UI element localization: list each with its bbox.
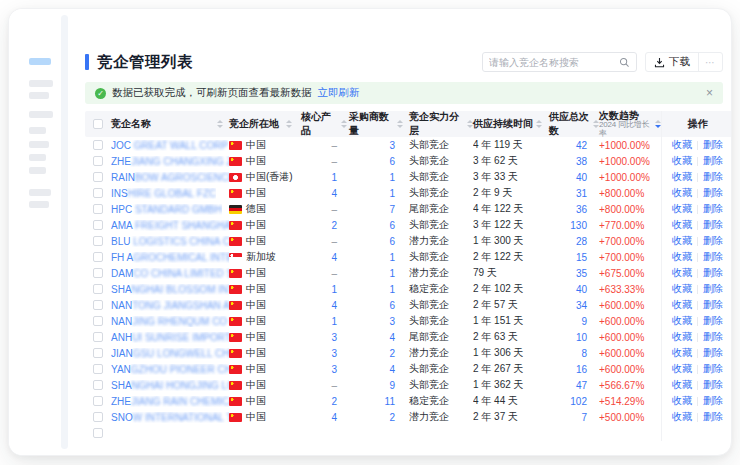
favorite-button[interactable]: 收藏 (672, 154, 692, 168)
company-name-link[interactable]: JIANGSU LONGWELL CHEMICAL ... (111, 348, 229, 359)
supply-total-link[interactable]: 36 (547, 201, 599, 217)
company-name-link[interactable]: BLU LOGISTICS CHINA CO LTD (111, 236, 229, 247)
favorite-button[interactable]: 收藏 (672, 346, 692, 360)
supply-total-link[interactable]: 40 (547, 169, 599, 185)
supply-total-link[interactable]: 102 (547, 393, 599, 409)
supply-total-link[interactable]: 35 (547, 265, 599, 281)
row-checkbox[interactable] (93, 396, 103, 406)
row-checkbox[interactable] (93, 140, 103, 150)
favorite-button[interactable]: 收藏 (672, 202, 692, 216)
company-name-link[interactable]: ZHEJIANG RAIN CHEMICAL (111, 396, 229, 407)
row-checkbox[interactable] (93, 364, 103, 374)
buyer-count-link[interactable]: 1 (347, 185, 403, 201)
delete-button[interactable]: 删除 (703, 362, 723, 376)
favorite-button[interactable]: 收藏 (672, 234, 692, 248)
sidebar-item-placeholder[interactable] (29, 189, 51, 196)
row-checkbox[interactable] (93, 332, 103, 342)
refresh-now-link[interactable]: 立即刷新 (318, 86, 360, 100)
company-name-link[interactable]: NANTONG JIANGSHAN AGROCHE... (111, 300, 229, 311)
search-input[interactable] (489, 57, 619, 68)
header-buyer-count[interactable]: 采购商数量 (347, 111, 403, 137)
delete-button[interactable]: 删除 (703, 218, 723, 232)
company-name-link[interactable]: JOC GREAT WALL CORP (111, 140, 228, 151)
download-button[interactable]: 下载 (646, 53, 698, 71)
company-name-link[interactable]: ANHUI SUNRISE IMPORT AND EXP... (111, 332, 229, 343)
sort-icon[interactable] (286, 120, 292, 128)
delete-button[interactable]: 删除 (703, 410, 723, 424)
sidebar-item-placeholder[interactable] (29, 111, 53, 118)
header-supply-duration[interactable]: 供应持续时间 (473, 111, 547, 137)
row-checkbox[interactable] (93, 252, 103, 262)
sidebar-item-placeholder[interactable] (29, 141, 49, 148)
sidebar-item-placeholder[interactable] (29, 167, 46, 174)
row-checkbox[interactable] (93, 156, 103, 166)
delete-button[interactable]: 删除 (703, 282, 723, 296)
favorite-button[interactable]: 收藏 (672, 298, 692, 312)
row-checkbox[interactable] (93, 172, 103, 182)
buyer-count-link[interactable]: 3 (347, 313, 403, 329)
row-checkbox[interactable] (93, 316, 103, 326)
buyer-count-link[interactable]: 2 (347, 345, 403, 361)
company-name-link[interactable]: NANJING RHENQUM CO LTD (111, 316, 229, 327)
supply-total-link[interactable]: 47 (547, 377, 599, 393)
buyer-count-link[interactable]: 9 (347, 377, 403, 393)
supply-total-link[interactable]: 8 (547, 345, 599, 361)
sort-icon[interactable] (536, 120, 542, 128)
sidebar-item-placeholder[interactable] (29, 127, 46, 134)
supply-total-link[interactable]: 34 (547, 297, 599, 313)
row-checkbox[interactable] (93, 380, 103, 390)
row-checkbox[interactable] (93, 236, 103, 246)
company-name-link[interactable]: SNOW INTERNATIONAL TRADING ... (111, 412, 229, 423)
buyer-count-link[interactable]: 1 (347, 169, 403, 185)
favorite-button[interactable]: 收藏 (672, 218, 692, 232)
header-trend[interactable]: 次数趋势 2024 同比增长率 (599, 111, 661, 137)
more-options-icon[interactable]: ⋯ (698, 53, 722, 71)
company-name-link[interactable]: DAMCO CHINA LIMITED SHANGHA... (111, 268, 229, 279)
delete-button[interactable]: 删除 (703, 202, 723, 216)
search-box[interactable] (482, 52, 637, 72)
sidebar-item-active[interactable] (29, 58, 51, 65)
row-checkbox[interactable] (93, 188, 103, 198)
row-checkbox[interactable] (93, 412, 103, 422)
buyer-count-link[interactable]: 3 (347, 137, 403, 153)
supply-total-link[interactable]: 10 (547, 329, 599, 345)
supply-total-link[interactable]: 40 (547, 281, 599, 297)
buyer-count-link[interactable]: 1 (347, 265, 403, 281)
favorite-button[interactable]: 收藏 (672, 410, 692, 424)
supply-total-link[interactable]: 31 (547, 185, 599, 201)
favorite-button[interactable]: 收藏 (672, 394, 692, 408)
buyer-count-link[interactable]: 6 (347, 297, 403, 313)
favorite-button[interactable]: 收藏 (672, 282, 692, 296)
sidebar-item-placeholder[interactable] (29, 80, 53, 87)
supply-total-link[interactable]: 16 (547, 361, 599, 377)
company-name-link[interactable]: HPC STANDARD GMBH (111, 204, 222, 215)
favorite-button[interactable]: 收藏 (672, 266, 692, 280)
buyer-count-link[interactable]: 4 (347, 361, 403, 377)
buyer-count-link[interactable]: 6 (347, 217, 403, 233)
select-all-checkbox[interactable] (93, 119, 103, 129)
favorite-button[interactable]: 收藏 (672, 314, 692, 328)
row-checkbox[interactable] (93, 348, 103, 358)
buyer-count-link[interactable]: 6 (347, 153, 403, 169)
buyer-count-link[interactable]: 2 (347, 409, 403, 425)
favorite-button[interactable]: 收藏 (672, 170, 692, 184)
company-name-link[interactable]: SHANGHAI HONGJING LOGITSTI... (111, 380, 229, 391)
row-checkbox[interactable] (93, 268, 103, 278)
favorite-button[interactable]: 收藏 (672, 250, 692, 264)
company-name-link[interactable]: AMA FREIGHT SHANGHAI CO LTD (111, 220, 229, 231)
buyer-count-link[interactable]: 1 (347, 249, 403, 265)
header-location[interactable]: 竞企所在地 (229, 111, 299, 137)
company-name-link[interactable]: ZHEJIANG CHANGXING ZHENGSH... (111, 156, 229, 167)
buyer-count-link[interactable] (347, 425, 403, 441)
buyer-count-link[interactable]: 11 (347, 393, 403, 409)
sidebar-item-placeholder[interactable] (29, 201, 49, 208)
buyer-count-link[interactable]: 6 (347, 233, 403, 249)
delete-button[interactable]: 删除 (703, 170, 723, 184)
supply-total-link[interactable]: 42 (547, 137, 599, 153)
company-name-link[interactable]: SHANGHAI BLOSSOM INTERNATIO... (111, 284, 229, 295)
delete-button[interactable]: 删除 (703, 154, 723, 168)
sidebar-item-placeholder[interactable] (29, 92, 49, 99)
row-checkbox[interactable] (93, 428, 103, 438)
sort-icon[interactable] (217, 120, 223, 128)
buyer-count-link[interactable]: 1 (347, 281, 403, 297)
